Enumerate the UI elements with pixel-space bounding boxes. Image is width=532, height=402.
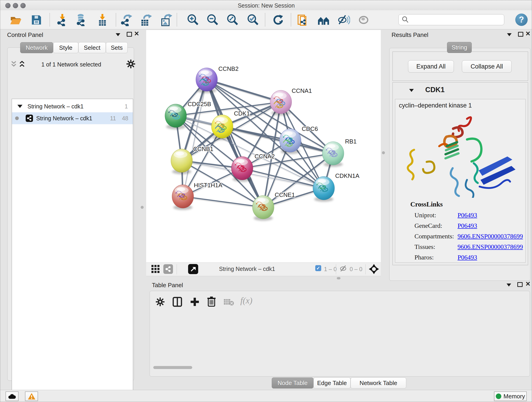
panel-float-icon[interactable] bbox=[518, 32, 523, 37]
expand-all-button[interactable]: Expand All bbox=[408, 60, 454, 73]
zoom-in-icon[interactable] bbox=[186, 13, 199, 26]
tab-sets[interactable]: Sets bbox=[106, 42, 128, 53]
save-session-icon[interactable] bbox=[30, 13, 43, 26]
tab-network-table[interactable]: Network Table bbox=[351, 377, 406, 389]
crosslink-link[interactable]: P06493 bbox=[457, 211, 477, 219]
panel-float-icon[interactable] bbox=[127, 32, 132, 37]
cloud-button[interactable] bbox=[6, 391, 19, 401]
zoom-selected-icon[interactable] bbox=[246, 13, 259, 26]
network-canvas[interactable]: CCNB2CCNA1CDC25BCDK1CDC6RB1CCNB1CCNA2CDK… bbox=[146, 30, 381, 262]
add-column-icon[interactable] bbox=[190, 297, 200, 308]
right-splitter-handle[interactable] bbox=[382, 151, 385, 154]
panel-menu-icon[interactable] bbox=[116, 33, 120, 36]
crosslink-link[interactable]: P06493 bbox=[457, 254, 477, 261]
export-network-icon[interactable] bbox=[120, 13, 133, 26]
show-panel-icon[interactable] bbox=[357, 13, 370, 26]
crosslink-label: Uniprot: bbox=[414, 211, 436, 219]
collapse-all-icon[interactable] bbox=[10, 61, 17, 69]
open-session-icon[interactable] bbox=[9, 13, 22, 26]
network-row-selected[interactable]: String Network – cdk1 11 48 bbox=[12, 112, 133, 124]
crosslink-row: Uniprot:P06493 bbox=[409, 211, 524, 222]
warning-button[interactable] bbox=[25, 391, 38, 401]
node-label-HIST1H1A: HIST1H1A bbox=[194, 182, 222, 189]
zoom-out-icon[interactable] bbox=[206, 13, 219, 26]
node-HIST1H1A[interactable]: HIST1H1A bbox=[172, 182, 222, 210]
crosslink-row: Pharos:P06493 bbox=[409, 254, 524, 264]
collapse-all-button[interactable]: Collapse All bbox=[462, 60, 512, 73]
node-label-CCNB1: CCNB1 bbox=[193, 146, 213, 153]
gene-description: cyclin–dependent kinase 1 bbox=[399, 102, 472, 109]
crosslink-link[interactable]: 9606.ENSP00000378699 bbox=[457, 243, 523, 250]
network-view-mode-icon[interactable] bbox=[163, 264, 173, 274]
protein-structure-image bbox=[399, 113, 522, 198]
panel-close-icon[interactable]: ✕ bbox=[525, 282, 531, 286]
expand-all-icon[interactable] bbox=[19, 61, 25, 69]
memory-status-icon bbox=[496, 394, 501, 399]
section-collapse-icon[interactable] bbox=[409, 89, 414, 92]
toolbar-separator bbox=[177, 13, 177, 26]
left-splitter-handle[interactable] bbox=[141, 206, 144, 209]
memory-button[interactable]: Memory bbox=[494, 391, 527, 401]
node-label-CDC25B: CDC25B bbox=[188, 101, 211, 108]
import-network-icon[interactable] bbox=[56, 13, 69, 26]
panel-menu-icon[interactable] bbox=[507, 33, 512, 36]
hidden-eye-slash-icon bbox=[339, 265, 348, 274]
refresh-view-icon[interactable] bbox=[272, 13, 285, 26]
selected-node-edge-counts: 1 – 0 bbox=[324, 266, 337, 273]
tab-node-table[interactable]: Node Table bbox=[272, 377, 313, 389]
node-label-CCNA1: CCNA1 bbox=[292, 87, 312, 94]
hide-results-icon[interactable] bbox=[337, 13, 350, 26]
tab-string[interactable]: String bbox=[447, 42, 472, 53]
tab-style[interactable]: Style bbox=[53, 42, 78, 53]
home-networks-icon[interactable] bbox=[317, 13, 330, 26]
network-type-icon bbox=[26, 115, 33, 122]
control-panel-title: Control Panel bbox=[7, 32, 43, 38]
network-view-toolbar: String Network – cdk1 ✓ 1 – 0 0 – 0 bbox=[146, 262, 381, 276]
string-import-icon[interactable] bbox=[297, 13, 310, 26]
delete-column-icon[interactable] bbox=[207, 296, 216, 308]
import-network-from-database-icon[interactable] bbox=[75, 13, 88, 26]
birds-eye-view-icon[interactable] bbox=[369, 264, 379, 275]
panel-close-icon[interactable]: ✕ bbox=[134, 32, 139, 36]
panel-close-icon[interactable]: ✕ bbox=[525, 32, 531, 36]
results-panel: Results Panel ✕ String Expand All Collap… bbox=[390, 30, 532, 280]
node-label-CDKN1A: CDKN1A bbox=[335, 172, 360, 179]
search-field[interactable] bbox=[411, 16, 504, 23]
network-options-gear-icon[interactable] bbox=[126, 59, 135, 70]
control-panel: Control Panel ✕ Network Style Select Set… bbox=[2, 30, 136, 381]
collection-count: 1 bbox=[125, 103, 128, 110]
node-RB1[interactable]: RB1 bbox=[322, 138, 357, 167]
cloud-icon bbox=[8, 393, 16, 399]
title-bar: Session: New Session bbox=[0, 0, 532, 11]
tab-network[interactable]: Network bbox=[20, 42, 53, 53]
footer-separator bbox=[177, 264, 177, 274]
tab-edge-table[interactable]: Edge Table bbox=[313, 377, 351, 389]
network-collection-row[interactable]: String Network – cdk1 1 bbox=[12, 100, 133, 112]
crosslink-row: Compartments:9606.ENSP00000378699 bbox=[409, 233, 524, 243]
network-selection-status: 1 of 1 Network selected bbox=[30, 61, 113, 68]
node-label-CDC6: CDC6 bbox=[302, 125, 318, 132]
help-button[interactable]: ? bbox=[515, 13, 528, 26]
toolbar-separator bbox=[291, 13, 291, 26]
selected-checkbox-icon[interactable]: ✓ bbox=[315, 265, 321, 271]
toolbar-separator bbox=[265, 13, 265, 26]
tab-select[interactable]: Select bbox=[78, 42, 106, 53]
zoom-fit-icon[interactable] bbox=[226, 13, 239, 26]
export-table-icon[interactable] bbox=[139, 13, 152, 26]
tree-expander-icon[interactable] bbox=[17, 105, 22, 108]
show-columns-icon[interactable] bbox=[172, 297, 182, 308]
crosslink-link[interactable]: 9606.ENSP00000378699 bbox=[457, 233, 523, 240]
horizontal-splitter-handle[interactable] bbox=[337, 277, 341, 279]
detach-view-icon[interactable] bbox=[188, 264, 198, 274]
crosslink-link[interactable]: P06493 bbox=[457, 222, 477, 230]
node-label-CCNA2: CCNA2 bbox=[254, 153, 275, 160]
import-table-icon[interactable] bbox=[96, 13, 109, 26]
node-CDKN1A[interactable]: CDKN1A bbox=[313, 172, 360, 202]
table-hscrollbar[interactable] bbox=[153, 366, 192, 369]
search-input[interactable] bbox=[399, 14, 504, 25]
panel-menu-icon[interactable] bbox=[507, 283, 511, 287]
table-gear-icon[interactable] bbox=[156, 297, 165, 307]
panel-float-icon[interactable] bbox=[517, 282, 523, 287]
grid-view-icon[interactable] bbox=[151, 264, 160, 274]
export-image-icon[interactable] bbox=[160, 13, 172, 26]
